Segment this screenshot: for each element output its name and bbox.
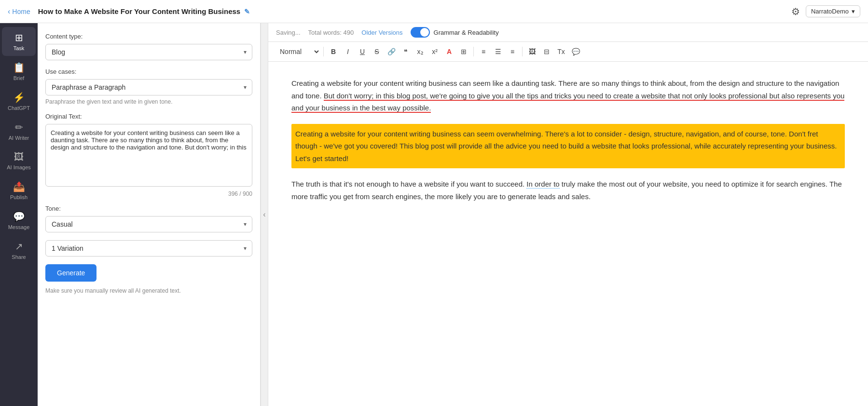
sidebar-item-ai-writer[interactable]: ✏ AI Writer <box>2 117 36 146</box>
collapse-handle[interactable]: ‹ <box>261 23 268 406</box>
original-text-wrapper: Creating a website for your content writ… <box>45 124 252 189</box>
unordered-list-button[interactable]: ☰ <box>491 45 505 58</box>
editor-content[interactable]: Creating a website for your content writ… <box>268 62 868 406</box>
superscript-button[interactable]: x² <box>428 45 441 58</box>
link-button[interactable]: 🔗 <box>385 45 398 58</box>
content-type-select[interactable]: Blog Article Social Post Email <box>45 44 252 60</box>
back-chevron-icon: ‹ <box>8 7 10 16</box>
generate-button[interactable]: Generate <box>45 264 96 282</box>
home-label: Home <box>12 8 30 15</box>
dropdown-chevron-icon: ▾ <box>852 8 855 15</box>
clear-format-button[interactable]: Tx <box>554 45 568 58</box>
older-versions-link[interactable]: Older Versions <box>361 29 402 36</box>
saving-status: Saving... <box>276 29 301 36</box>
task-icon: ⊞ <box>15 32 23 43</box>
variation-select[interactable]: 1 Variation 2 Variations 3 Variations <box>45 240 252 257</box>
comment-button[interactable]: 💬 <box>569 45 582 58</box>
home-link[interactable]: ‹ Home <box>8 7 30 16</box>
sidebar-label-publish: Publish <box>10 194 28 200</box>
grammar-toggle-group: Grammar & Readability <box>411 27 499 38</box>
sidebar-item-share[interactable]: ↗ Share <box>2 236 36 265</box>
grammar-underline-1: But don't worry; in this blog post, we'r… <box>291 92 844 113</box>
sidebar-label-chatgpt: ChatGPT <box>8 105 30 111</box>
sidebar-label-message: Message <box>8 224 30 230</box>
bold-button[interactable]: B <box>327 45 340 58</box>
editor-panel: Saving... Total words: 490 Older Version… <box>268 23 868 406</box>
content-type-label: Content type: <box>45 33 252 40</box>
underline-button[interactable]: U <box>356 45 369 58</box>
content-type-select-wrapper: Blog Article Social Post Email <box>45 44 252 60</box>
sidebar-label-ai-writer: AI Writer <box>9 135 29 141</box>
sidebar-label-brief: Brief <box>14 75 25 81</box>
toolbar-divider-1 <box>323 47 324 56</box>
inline-link-1: In order to <box>526 180 559 189</box>
use-cases-label: Use cases: <box>45 68 252 75</box>
align-button[interactable]: ≡ <box>506 45 519 58</box>
settings-icon[interactable]: ⚙ <box>791 6 800 17</box>
table-button[interactable]: ⊟ <box>540 45 553 58</box>
word-count: Total words: 490 <box>308 29 354 36</box>
original-text-label: Original Text: <box>45 113 252 120</box>
image-button[interactable]: 🖼 <box>525 45 539 58</box>
page-title: How to Make A Website For Your Content W… <box>38 7 791 15</box>
original-text-input[interactable]: Creating a website for your content writ… <box>45 124 252 187</box>
edit-title-icon[interactable]: ✎ <box>244 8 250 15</box>
paragraph-2-highlighted: Creating a website for your content writ… <box>291 124 845 169</box>
paragraph-1: Creating a website for your content writ… <box>291 77 845 114</box>
grammar-label: Grammar & Readability <box>434 29 499 36</box>
sidebar-item-message[interactable]: 💬 Message <box>2 206 36 235</box>
use-case-select-wrapper: Paraphrase a Paragraph Summarize Expand … <box>45 79 252 95</box>
variation-select-wrapper: 1 Variation 2 Variations 3 Variations <box>45 240 252 257</box>
publish-icon: 📤 <box>13 181 25 192</box>
grammar-toggle-switch[interactable] <box>411 27 430 38</box>
use-case-select[interactable]: Paraphrase a Paragraph Summarize Expand … <box>45 79 252 95</box>
sidebar-item-brief[interactable]: 📋 Brief <box>2 57 36 86</box>
tone-label: Tone: <box>45 205 252 212</box>
left-panel: Content type: Blog Article Social Post E… <box>38 23 261 406</box>
use-case-description: Paraphrase the given text and write in g… <box>45 98 252 105</box>
editor-header: Saving... Total words: 490 Older Version… <box>268 23 868 42</box>
main-layout: ⊞ Task 📋 Brief ⚡ ChatGPT ✏ AI Writer 🖼 A… <box>0 23 868 406</box>
ai-writer-icon: ✏ <box>15 122 23 133</box>
ai-disclaimer: Make sure you manually review all AI gen… <box>45 287 252 294</box>
quote-button[interactable]: ❝ <box>399 45 413 58</box>
italic-button[interactable]: I <box>341 45 355 58</box>
sidebar-label-ai-images: AI Images <box>7 164 31 170</box>
tone-select[interactable]: Casual Formal Friendly Professional <box>45 216 252 232</box>
strikethrough-button[interactable]: S <box>370 45 384 58</box>
paragraph-3: The truth is that it's not enough to hav… <box>291 178 845 203</box>
sidebar-item-publish[interactable]: 📤 Publish <box>2 176 36 205</box>
format-style-select[interactable]: Normal Heading 1 Heading 2 Heading 3 <box>276 46 320 57</box>
collapse-icon: ‹ <box>263 210 265 219</box>
sidebar-item-ai-images[interactable]: 🖼 AI Images <box>2 147 36 175</box>
ai-images-icon: 🖼 <box>14 151 24 162</box>
nav-right: ⚙ NarratoDemo ▾ <box>791 5 860 17</box>
subscript-button[interactable]: x₂ <box>413 45 427 58</box>
sidebar-label-share: Share <box>12 254 26 260</box>
ordered-list-button[interactable]: ≡ <box>477 45 490 58</box>
chatgpt-icon: ⚡ <box>13 92 25 103</box>
tone-select-wrapper: Casual Formal Friendly Professional <box>45 216 252 232</box>
sidebar-item-chatgpt[interactable]: ⚡ ChatGPT <box>2 87 36 116</box>
sidebar-label-task: Task <box>14 45 25 51</box>
format-toolbar: Normal Heading 1 Heading 2 Heading 3 B I… <box>268 42 868 62</box>
toolbar-divider-3 <box>522 47 523 56</box>
message-icon: 💬 <box>13 211 25 222</box>
highlight-button[interactable]: ⊞ <box>457 45 470 58</box>
share-icon: ↗ <box>15 241 23 252</box>
toolbar-divider-2 <box>473 47 474 56</box>
user-dropdown[interactable]: NarratoDemo ▾ <box>806 5 860 17</box>
font-color-button[interactable]: A <box>442 45 456 58</box>
brief-icon: 📋 <box>13 62 25 73</box>
sidebar-item-task[interactable]: ⊞ Task <box>2 27 36 56</box>
sidebar: ⊞ Task 📋 Brief ⚡ ChatGPT ✏ AI Writer 🖼 A… <box>0 23 38 406</box>
top-nav: ‹ Home How to Make A Website For Your Co… <box>0 0 868 23</box>
char-count: 396 / 900 <box>45 190 252 197</box>
